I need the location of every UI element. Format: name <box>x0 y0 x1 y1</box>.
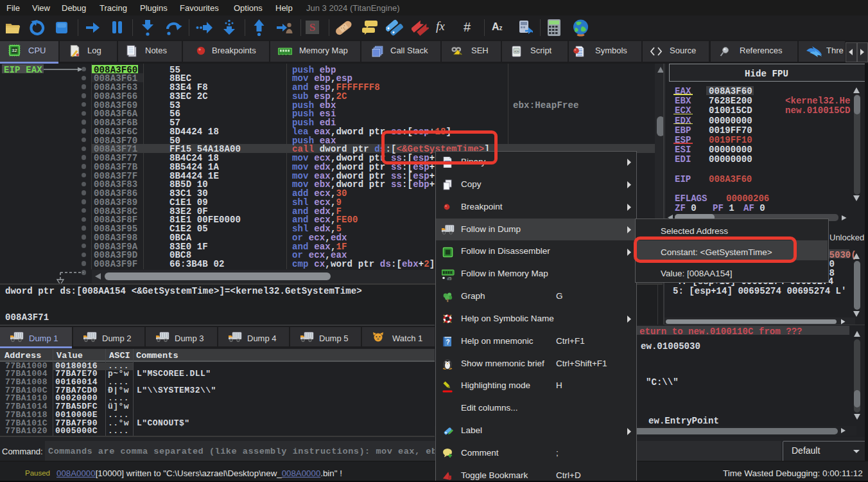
svg-text:@: @ <box>447 276 452 280</box>
svg-text:32: 32 <box>12 48 17 53</box>
svg-text:S: S <box>309 21 315 33</box>
svg-text:<>: <> <box>514 49 519 54</box>
svg-text:!: ! <box>459 51 461 57</box>
svg-text:?: ? <box>446 339 449 346</box>
